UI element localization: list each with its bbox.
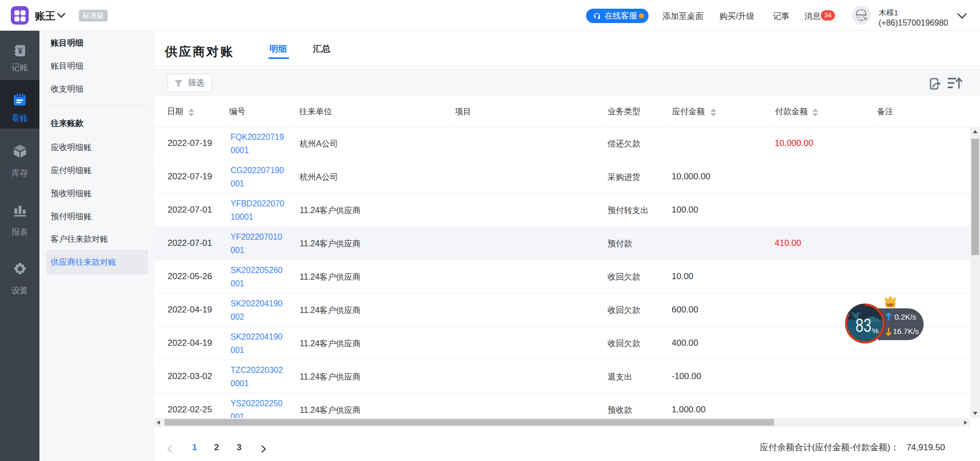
svg-text:%: % [872, 326, 879, 335]
svg-text:VIP: VIP [887, 303, 893, 307]
svg-text:83: 83 [856, 315, 871, 336]
